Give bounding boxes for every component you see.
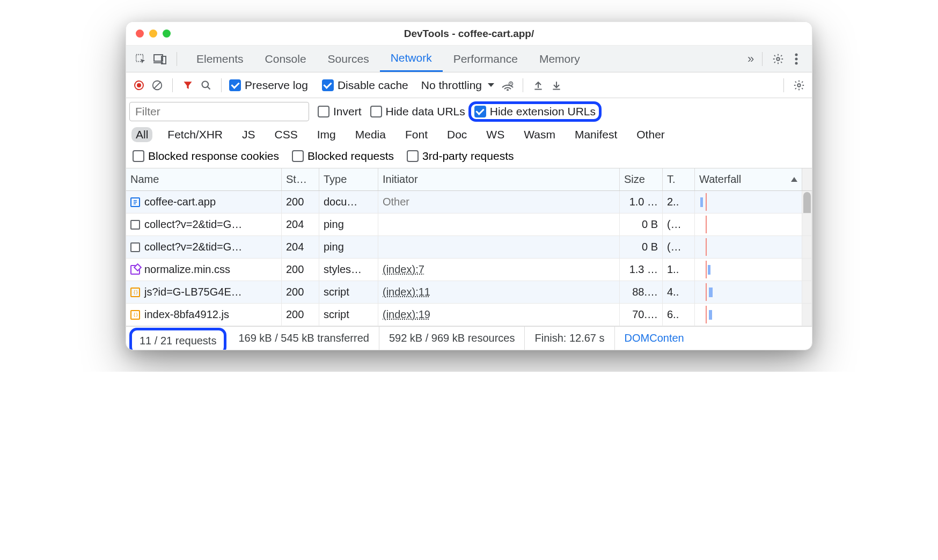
window-title: DevTools - coffee-cart.app/ [126,28,812,40]
scrollbar-track[interactable] [802,191,812,213]
filter-input[interactable] [129,102,309,121]
initiator-link[interactable]: (index):7 [383,263,424,276]
type-filter-js[interactable]: JS [238,127,260,142]
hide-data-urls-checkbox[interactable]: Hide data URLs [370,105,465,118]
disable-cache-checkbox[interactable]: Disable cache [322,79,408,92]
type-filter-img[interactable]: Img [313,127,340,142]
svg-line-9 [154,82,161,89]
network-toolbar: Preserve log Disable cache No throttling [126,72,812,98]
preserve-log-checkbox[interactable]: Preserve log [229,79,308,92]
cell-status: 200 [282,304,319,326]
col-size[interactable]: Size [620,168,663,190]
cell-type: styles… [319,259,378,281]
cell-initiator: Other [378,191,620,213]
device-toolbar-icon[interactable] [153,52,167,66]
domcontentloaded-link[interactable]: DOMConten [615,327,694,350]
hide-extension-urls-checkbox[interactable]: Hide extension URLs [468,101,602,122]
scrollbar-track[interactable] [802,168,812,190]
type-filter-ws[interactable]: WS [482,127,509,142]
scrollbar-track[interactable] [802,213,812,235]
svg-text:{}: {} [133,313,138,318]
third-party-checkbox[interactable]: 3rd-party requests [407,150,514,163]
cell-waterfall [695,259,802,281]
invert-checkbox[interactable]: Invert [318,105,362,118]
blocked-response-cookies-checkbox[interactable]: Blocked response cookies [133,150,279,163]
tab-sources[interactable]: Sources [317,46,380,72]
table-row[interactable]: collect?v=2&tid=G…204ping0 B(… [126,236,812,259]
upload-har-icon[interactable] [531,78,546,93]
inspect-element-icon[interactable] [134,52,148,66]
settings-icon[interactable] [771,52,785,66]
tab-elements[interactable]: Elements [186,46,254,72]
divider [172,78,173,92]
col-initiator[interactable]: Initiator [378,168,620,190]
type-filter-font[interactable]: Font [401,127,432,142]
col-name[interactable]: Name [126,168,282,190]
table-row[interactable]: normalize.min.css200styles…(index):71.3 … [126,259,812,281]
type-filter-css[interactable]: CSS [270,127,302,142]
svg-point-7 [795,62,798,64]
extra-filters-row: Blocked response cookies Blocked request… [126,146,812,168]
request-name: coffee-cart.app [144,196,216,208]
cell-type: script [319,304,378,326]
table-row[interactable]: coffee-cart.app200docu…Other1.0 …2.. [126,191,812,213]
table-row[interactable]: collect?v=2&tid=G…204ping0 B(… [126,213,812,236]
cell-waterfall [695,281,802,303]
cell-size: 88.… [620,281,663,303]
svg-line-11 [208,86,210,89]
type-filter-fetch-xhr[interactable]: Fetch/XHR [163,127,227,142]
clear-button[interactable] [150,78,165,93]
download-har-icon[interactable] [549,78,564,93]
svg-point-10 [202,81,209,87]
tab-performance[interactable]: Performance [443,46,529,72]
initiator-link[interactable]: (index):11 [383,286,430,298]
type-filter-manifest[interactable]: Manifest [570,127,621,142]
blocked-requests-checkbox[interactable]: Blocked requests [292,150,394,163]
ping-file-icon [130,220,140,230]
divider [523,78,523,92]
scrollbar-thumb[interactable] [803,192,811,213]
scrollbar-track[interactable] [802,259,812,281]
network-conditions-icon[interactable] [500,78,515,93]
scrollbar-track[interactable] [802,304,812,326]
kebab-menu-icon[interactable] [789,52,803,66]
blocked-requests-label: Blocked requests [307,150,394,163]
table-row[interactable]: {}js?id=G-LB75G4E…200script(index):1188.… [126,281,812,304]
table-header: Name St… Type Initiator Size T. Waterfal… [126,168,812,191]
cell-size: 1.0 … [620,191,663,213]
type-filter-media[interactable]: Media [351,127,390,142]
type-filter-other[interactable]: Other [632,127,669,142]
col-time[interactable]: T. [663,168,695,190]
tab-network[interactable]: Network [380,46,443,72]
hide-extension-urls-label: Hide extension URLs [490,105,596,118]
col-waterfall[interactable]: Waterfall [695,168,802,190]
checkbox-icon [292,150,304,162]
cell-status: 200 [282,191,319,213]
cell-status: 200 [282,281,319,303]
type-filter-wasm[interactable]: Wasm [519,127,560,142]
more-tabs-button[interactable]: » [744,52,758,66]
cell-initiator: (index):7 [378,259,620,281]
record-button[interactable] [131,78,146,93]
type-filter-doc[interactable]: Doc [443,127,471,142]
scrollbar-track[interactable] [802,236,812,258]
col-type[interactable]: Type [319,168,378,190]
waterfall-label: Waterfall [699,173,741,186]
divider [762,52,763,66]
throttling-label: No throttling [421,79,482,92]
cell-type: ping [319,213,378,235]
col-status[interactable]: St… [282,168,319,190]
initiator-link[interactable]: (index):19 [383,308,430,321]
tab-console[interactable]: Console [254,46,317,72]
svg-point-5 [795,53,798,56]
search-icon[interactable] [199,78,214,93]
tab-memory[interactable]: Memory [529,46,591,72]
filter-icon[interactable] [180,78,195,93]
network-settings-icon[interactable] [792,78,807,93]
svg-point-6 [795,57,798,60]
scrollbar-track[interactable] [802,281,812,303]
table-row[interactable]: {}index-8bfa4912.js200script(index):1970… [126,304,812,326]
svg-text:{}: {} [133,290,138,295]
throttling-select[interactable]: No throttling [419,78,497,93]
type-filter-all[interactable]: All [131,127,152,142]
